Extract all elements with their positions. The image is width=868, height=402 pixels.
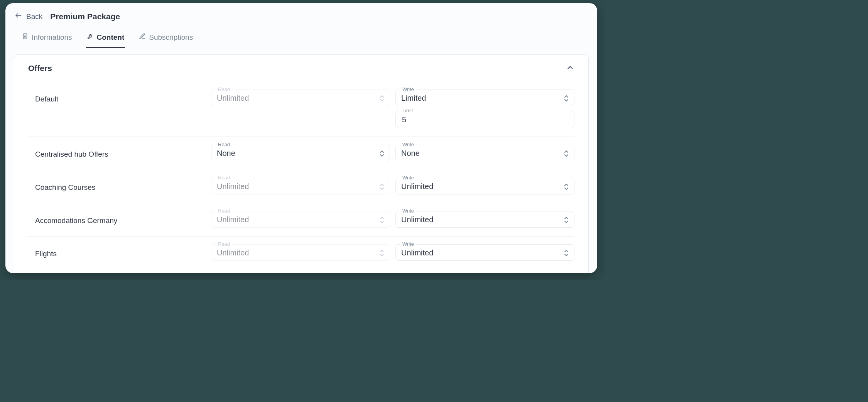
read-select[interactable]: Read None [211, 145, 390, 161]
tab-label: Content [97, 33, 125, 42]
tab-informations[interactable]: Informations [21, 28, 73, 48]
permission-row: Flights Read Unlimited Write Unlimited [28, 236, 574, 269]
back-button[interactable]: Back [15, 12, 42, 21]
select-stepper-icon [564, 250, 569, 257]
select-value: Unlimited [401, 248, 433, 257]
select-value: Unlimited [217, 215, 249, 224]
select-value: Unlimited [401, 182, 433, 191]
row-fields: Read Unlimited Write Unlimited [211, 178, 574, 194]
select-value: Unlimited [401, 215, 433, 224]
field-label: Read [216, 142, 232, 147]
select-stepper-icon [380, 150, 384, 157]
document-icon [22, 33, 29, 42]
select-value: None [401, 149, 420, 158]
limit-input-wrapper: Limit [395, 111, 574, 128]
field-label: Write [400, 142, 416, 147]
select-stepper-icon [564, 183, 569, 190]
tab-label: Informations [32, 33, 72, 42]
select-stepper-icon [564, 95, 569, 102]
tabs: Informations Content Subscriptions [5, 28, 597, 48]
row-fields: Read Unlimited Write Unlimited [211, 244, 574, 261]
card-body: Default Read Unlimited Write Limited [14, 82, 588, 273]
field-label: Write [400, 86, 416, 92]
row-fields: Read Unlimited Write Unlimited [211, 211, 574, 228]
row-fields: Read Unlimited Write Limited [211, 90, 574, 128]
row-label: Accomodations Germany [28, 211, 206, 225]
page-title: Premium Package [50, 12, 120, 21]
permission-row: Accomodations Germany Read Unlimited Wri… [28, 203, 574, 236]
field-label: Read [216, 208, 232, 214]
select-stepper-icon [564, 216, 569, 223]
row-label: Default [28, 90, 206, 103]
read-select[interactable]: Read Unlimited [211, 244, 390, 261]
field-label: Read [216, 175, 232, 181]
select-value: Unlimited [217, 248, 249, 257]
write-select[interactable]: Write Limited [395, 90, 574, 106]
select-value: Limited [401, 94, 426, 103]
select-stepper-icon [564, 150, 569, 157]
card-title: Offers [28, 64, 52, 73]
read-select[interactable]: Read Unlimited [211, 211, 390, 228]
select-value: Unlimited [217, 94, 249, 103]
row-label: Coaching Courses [28, 178, 206, 192]
arrow-left-icon [15, 12, 22, 21]
tab-label: Subscriptions [149, 33, 193, 42]
write-select[interactable]: Write None [395, 145, 574, 161]
chevron-up-icon [566, 66, 574, 73]
select-value: None [217, 149, 235, 158]
row-label: Flights [28, 244, 206, 258]
permission-row: Default Read Unlimited Write Limited [28, 82, 574, 137]
row-fields: Read None Write None [211, 145, 574, 161]
select-stepper-icon [380, 183, 384, 190]
tab-content[interactable]: Content [86, 28, 125, 48]
limit-input[interactable] [401, 115, 569, 125]
select-stepper-icon [380, 250, 384, 257]
back-label: Back [26, 12, 42, 21]
write-select[interactable]: Write Unlimited [395, 211, 574, 228]
select-value: Unlimited [217, 182, 249, 191]
permission-row: Centralised hub Offers Read None Write N… [28, 137, 574, 170]
field-label: Write [400, 208, 416, 214]
select-stepper-icon [380, 95, 384, 102]
field-label: Limit [400, 108, 415, 113]
field-label: Read [216, 241, 232, 247]
write-select[interactable]: Write Unlimited [395, 244, 574, 261]
offers-card: Offers Default Read Unlimited [14, 54, 589, 273]
field-label: Write [400, 241, 416, 247]
panel: Back Premium Package Informations Conten… [5, 3, 597, 273]
row-label: Centralised hub Offers [28, 145, 206, 159]
tab-subscriptions[interactable]: Subscriptions [138, 28, 194, 48]
edit-icon [139, 33, 146, 42]
page-header: Back Premium Package [5, 3, 597, 28]
read-select[interactable]: Read Unlimited [211, 178, 390, 194]
field-label: Read [216, 86, 232, 92]
read-select[interactable]: Read Unlimited [211, 90, 390, 106]
write-select[interactable]: Write Unlimited [395, 178, 574, 194]
select-stepper-icon [380, 216, 384, 223]
permission-row: Coaching Courses Read Unlimited Write Un… [28, 170, 574, 203]
field-label: Write [400, 175, 416, 181]
collapse-toggle[interactable] [566, 63, 574, 73]
card-header: Offers [14, 55, 588, 82]
wrench-icon [87, 33, 94, 42]
